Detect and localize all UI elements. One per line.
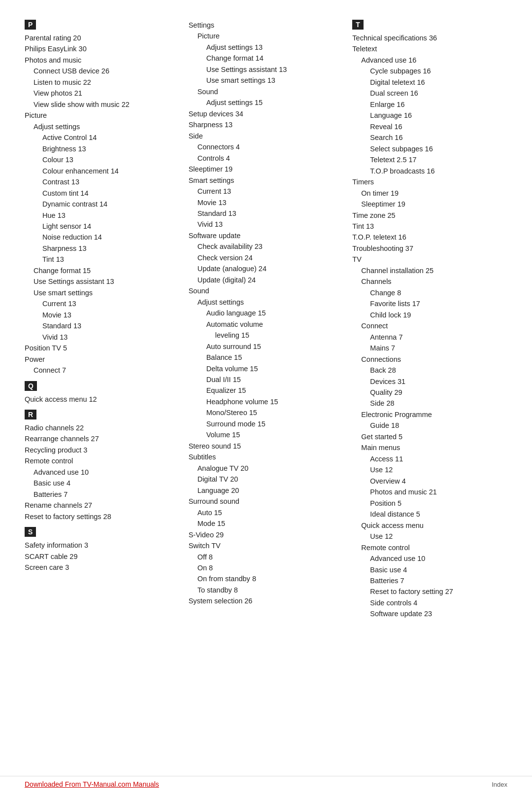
list-item: Recycling product 3 (25, 445, 180, 455)
list-item: Update (digital) 24 (198, 275, 344, 285)
list-item: Time zone 25 (352, 210, 507, 221)
list-item: Back 28 (370, 365, 507, 376)
list-item: Use 12 (370, 464, 507, 475)
list-item: S-Video 29 (189, 529, 344, 540)
section-header-s: S (25, 527, 36, 537)
section-header-p: P (25, 20, 36, 30)
list-item: Enlarge 16 (370, 99, 507, 110)
list-item: Side (189, 131, 344, 141)
list-item: Change format 15 (33, 265, 180, 276)
list-item: Auto surround 15 (206, 341, 344, 352)
list-item: Headphone volume 15 (206, 396, 344, 407)
list-item: Connections (361, 354, 507, 365)
list-item: Use Settings assistant 13 (33, 276, 180, 287)
list-item: Sharpness 13 (42, 243, 180, 254)
list-item: Overview 4 (370, 476, 507, 487)
column-0: PParental rating 20Philips EasyLink 30Ph… (25, 20, 189, 620)
content-columns: PParental rating 20Philips EasyLink 30Ph… (25, 20, 507, 620)
list-item: Side 28 (370, 398, 507, 409)
list-item: Photos and music (25, 55, 180, 66)
list-item: On from standby 8 (198, 573, 344, 584)
list-item: Current 13 (42, 298, 180, 309)
list-item: Use smart settings (33, 287, 180, 298)
list-item: Teletext (352, 43, 507, 54)
list-item: Sleeptimer 19 (361, 199, 507, 209)
list-item: Safety information 3 (25, 540, 180, 551)
list-item: Teletext 2.5 17 (370, 154, 507, 165)
list-item: Quick access menu (361, 520, 507, 531)
list-item: Rearrange channels 27 (25, 433, 180, 444)
list-item: Language 16 (370, 110, 507, 121)
list-item: Subtitles (189, 452, 344, 462)
list-item: Surround sound (189, 496, 344, 507)
list-item: Reset to factory setting 27 (370, 586, 507, 597)
list-item: Light sensor 14 (42, 221, 180, 232)
list-item: Volume 15 (206, 429, 344, 440)
list-item: Connectors 4 (198, 141, 344, 152)
list-item: Basic use 4 (370, 564, 507, 575)
footer: Downloaded From TV-Manual.com Manuals In… (0, 776, 532, 788)
list-item: Movie 13 (42, 310, 180, 320)
list-item: Dual screen 16 (370, 88, 507, 99)
list-item: Adjust settings 13 (206, 42, 344, 53)
list-item: Contrast 13 (42, 176, 180, 187)
list-item: Child lock 19 (370, 310, 507, 320)
list-item: Smart settings (189, 175, 344, 186)
list-item: Mode 15 (198, 518, 344, 529)
list-item: Delta volume 15 (206, 363, 344, 374)
list-item: Adjust settings 15 (206, 97, 344, 108)
list-item: leveling 15 (215, 330, 344, 341)
list-item: T.O.P. teletext 16 (352, 232, 507, 243)
list-item: Remote control (25, 455, 180, 466)
list-item: On timer 19 (361, 188, 507, 199)
section-header-t: T (352, 20, 364, 30)
list-item: Favorite lists 17 (370, 298, 507, 309)
list-item: Photos and music 21 (370, 487, 507, 497)
list-item: View slide show with music 22 (33, 99, 180, 110)
list-item: Sleeptimer 19 (189, 164, 344, 174)
list-item: Basic use 4 (33, 478, 180, 488)
list-item: Channels (361, 276, 507, 287)
list-item: SCART cable 29 (25, 551, 180, 562)
list-item: Radio channels 22 (25, 422, 180, 433)
list-item: Select subpages 16 (370, 143, 507, 154)
list-item: Controls 4 (198, 153, 344, 164)
list-item: Colour 13 (42, 154, 180, 165)
list-item: Tint 13 (352, 221, 507, 232)
list-item: Access 11 (370, 453, 507, 464)
list-item: Batteries 7 (370, 575, 507, 586)
list-item: Listen to music 22 (33, 77, 180, 88)
list-item: Automatic volume (206, 319, 344, 330)
list-item: Balance 15 (206, 352, 344, 363)
list-item: Advanced use 16 (361, 55, 507, 66)
list-item: Software update 23 (370, 608, 507, 619)
list-item: Advanced use 10 (33, 467, 180, 478)
footer-page-label: Index (492, 781, 507, 788)
list-item: Sharpness 13 (189, 119, 344, 130)
list-item: Auto 15 (198, 507, 344, 518)
section-header-q: Q (25, 381, 37, 391)
list-item: Electronic Programme (361, 409, 507, 420)
list-item: Update (analogue) 24 (198, 263, 344, 274)
list-item: TV (352, 254, 507, 265)
list-item: Custom tint 14 (42, 188, 180, 199)
footer-link[interactable]: Downloaded From TV-Manual.com Manuals (25, 780, 159, 788)
list-item: Remote control (361, 542, 507, 553)
list-item: Power (25, 354, 180, 365)
list-item: Digital teletext 16 (370, 77, 507, 88)
page: PParental rating 20Philips EasyLink 30Ph… (0, 0, 532, 659)
column-2: TTechnical specifications 36TeletextAdva… (352, 20, 507, 620)
list-item: View photos 21 (33, 88, 180, 99)
list-item: Cycle subpages 16 (370, 66, 507, 76)
list-item: Ideal distance 5 (370, 509, 507, 520)
list-item: Use smart settings 13 (206, 75, 344, 86)
list-item: T.O.P broadcasts 16 (370, 166, 507, 176)
list-item: Active Control 14 (42, 132, 180, 143)
list-item: Channel installation 25 (361, 265, 507, 276)
list-item: Side controls 4 (370, 597, 507, 608)
list-item: Dual I/II 15 (206, 374, 344, 385)
list-item: Position TV 5 (25, 343, 180, 353)
list-item: Check availability 23 (198, 241, 344, 252)
list-item: Change 8 (370, 287, 507, 298)
list-item: Check version 24 (198, 252, 344, 263)
